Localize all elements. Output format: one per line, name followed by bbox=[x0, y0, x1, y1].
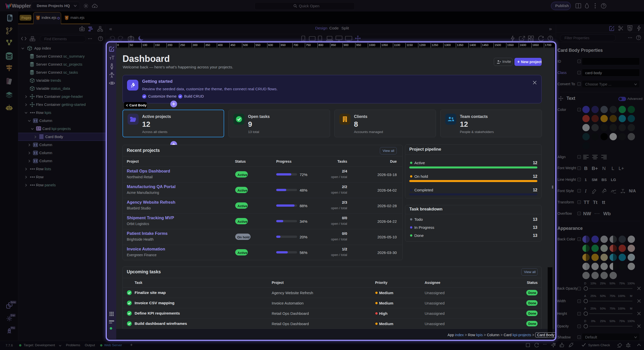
svg-text:5: 5 bbox=[37, 16, 39, 19]
svg-text:5: 5 bbox=[66, 16, 67, 19]
